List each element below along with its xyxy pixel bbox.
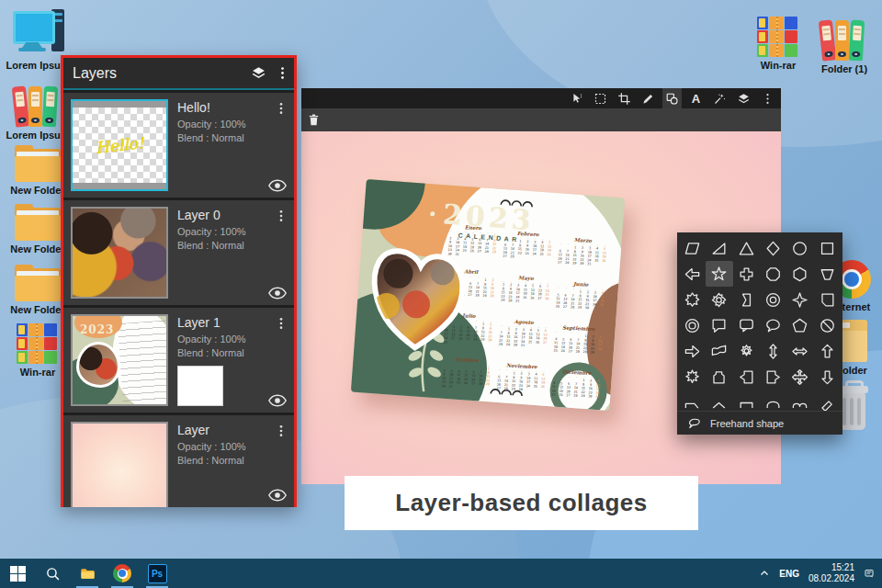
freehand-shape-option[interactable]: Freehand shape: [677, 411, 842, 435]
shape-gear[interactable]: [706, 287, 732, 312]
shape-right-triangle[interactable]: [706, 235, 732, 261]
shape-arrow-left[interactable]: [679, 261, 706, 287]
shape-pentagon[interactable]: [786, 312, 813, 338]
calendar-heart-photo: [361, 240, 476, 359]
desktop-icon-label: Folder (1): [821, 63, 867, 74]
shape-trapezoid[interactable]: [814, 261, 841, 287]
desktop-icon-new-folder-3[interactable]: New Folder: [7, 265, 68, 315]
shape-speech-round[interactable]: [733, 312, 760, 338]
shape-star-4[interactable]: [786, 287, 813, 312]
shape-tab-arrow-right[interactable]: [760, 364, 786, 390]
marquee-select-tool[interactable]: [591, 88, 610, 108]
desktop-icon-folder-1-binders[interactable]: Folder (1): [814, 15, 875, 74]
layer-blend: Blend : Normal: [177, 132, 244, 143]
shape-tab-arrow-left[interactable]: [733, 364, 760, 390]
brush-tool[interactable]: [639, 88, 658, 108]
shape-speech-square[interactable]: [706, 312, 732, 338]
shape-crown-badge[interactable]: [706, 364, 732, 390]
language-indicator[interactable]: ENG: [779, 569, 799, 579]
layer-menu-icon[interactable]: [274, 208, 288, 224]
shape-misc-3[interactable]: [733, 390, 760, 411]
layer-thumbnail[interactable]: 2023: [71, 314, 168, 406]
layer-item-layer0[interactable]: Layer 0 Opacity : 100% Blend : Normal: [63, 200, 294, 305]
shape-star[interactable]: [706, 261, 732, 287]
freehand-lasso-icon: [686, 415, 702, 431]
shape-circle[interactable]: [786, 235, 813, 261]
layer-visibility-icon[interactable]: [268, 394, 287, 407]
desktop-icon-computer[interactable]: Lorem Ipsum: [7, 9, 68, 71]
shape-speech-oval[interactable]: [760, 312, 786, 338]
delete-layer-button[interactable]: [304, 110, 323, 130]
search-button[interactable]: [35, 559, 70, 588]
layer-item-layer[interactable]: Layer Opacity : 100% Blend : Normal: [63, 415, 294, 507]
shape-target[interactable]: [760, 287, 786, 312]
shape-ring[interactable]: [679, 312, 706, 338]
shape-arrow-right[interactable]: [679, 338, 706, 364]
shape-octagon[interactable]: [760, 261, 786, 287]
shape-diamond[interactable]: [760, 235, 786, 261]
calendar-month-marzo: Marzo–––––––1234567891011121314151617181…: [555, 237, 608, 281]
crop-tool[interactable]: [615, 88, 634, 108]
shape-burst-8[interactable]: [679, 287, 706, 312]
desktop-icon-binders[interactable]: Lorem Ipsum: [7, 81, 68, 141]
desktop-icon-new-folder-2[interactable]: New Folder: [7, 204, 68, 254]
layer-menu-icon[interactable]: [274, 100, 288, 117]
shape-gear-burst[interactable]: [733, 338, 760, 364]
text-tool[interactable]: A: [686, 88, 706, 108]
layer-item-hello[interactable]: Hello! Hello! Opacity : 100% Blend : Nor…: [63, 93, 294, 198]
shape-parallelogram[interactable]: [679, 235, 706, 261]
desktop-icon-new-folder-1[interactable]: New Folder: [7, 145, 68, 196]
layer-opacity: Opacity : 100%: [177, 226, 246, 237]
taskbar: Ps ENG 15:21 08.02.2024: [0, 559, 882, 588]
layers-panel-menu-icon[interactable]: [270, 65, 294, 81]
shape-hexagon[interactable]: [786, 261, 813, 287]
layers-tool[interactable]: [734, 88, 753, 108]
shape-misc-4[interactable]: [760, 390, 786, 411]
layers-stack-icon[interactable]: [246, 65, 270, 81]
desktop-icon-winrar-top[interactable]: Win-rar: [748, 17, 808, 71]
shape-square[interactable]: [814, 235, 841, 261]
shape-move-arrows[interactable]: [786, 364, 813, 390]
toolbar-menu-button[interactable]: [758, 88, 777, 108]
shape-tool[interactable]: [662, 88, 682, 108]
chevron-up-icon[interactable]: [759, 568, 770, 579]
move-tool[interactable]: [567, 88, 586, 108]
taskbar-photoshop[interactable]: Ps: [140, 559, 175, 588]
shape-misc-1[interactable]: [679, 390, 706, 411]
taskbar-chrome[interactable]: [105, 559, 140, 588]
notification-center-icon[interactable]: [864, 568, 875, 579]
shape-wave-flag[interactable]: [706, 338, 732, 364]
shape-burst-10[interactable]: [679, 364, 706, 390]
layer-thumbnail[interactable]: [71, 422, 168, 507]
binders-icon: [14, 81, 62, 127]
shape-misc-2[interactable]: [706, 390, 732, 411]
desktop-icon-winrar-left[interactable]: Win-rar: [7, 323, 68, 378]
layer-thumbnail[interactable]: Hello!: [71, 99, 168, 191]
layer-visibility-icon[interactable]: [268, 179, 287, 192]
layer-blend: Blend : Normal: [177, 240, 244, 251]
shape-misc-6[interactable]: [814, 390, 841, 411]
shape-misc-5[interactable]: [786, 390, 813, 411]
calendar-artwork[interactable]: 2023 CALENDAR Enero–––––––12345678910111…: [351, 179, 625, 411]
layer-mask-thumbnail[interactable]: [177, 366, 223, 406]
start-button[interactable]: [0, 559, 35, 588]
calendar-month-mayo: Mayo–––––––12345678910111213141516171819…: [498, 275, 551, 319]
taskbar-file-explorer[interactable]: [70, 559, 105, 588]
layer-menu-icon[interactable]: [274, 423, 288, 439]
layer-visibility-icon[interactable]: [268, 287, 287, 300]
layer-item-layer1[interactable]: 2023 Layer 1 Opacity : 100% Blend : Norm…: [63, 308, 294, 413]
shape-no-symbol[interactable]: [814, 312, 841, 338]
shape-arrow-up-down[interactable]: [760, 338, 786, 364]
shape-triangle[interactable]: [733, 235, 760, 261]
shape-arrow-down[interactable]: [814, 364, 841, 390]
clock[interactable]: 15:21 08.02.2024: [808, 562, 854, 584]
layer-visibility-icon[interactable]: [268, 489, 287, 502]
shape-cross[interactable]: [733, 261, 760, 287]
layer-menu-icon[interactable]: [274, 315, 288, 332]
shape-arrow-left-right[interactable]: [786, 338, 813, 364]
magic-wand-tool[interactable]: [710, 88, 729, 108]
shape-banner[interactable]: [733, 287, 760, 312]
shape-clipped-square[interactable]: [814, 287, 841, 312]
shape-arrow-up[interactable]: [814, 338, 841, 364]
layer-thumbnail[interactable]: [71, 207, 168, 299]
